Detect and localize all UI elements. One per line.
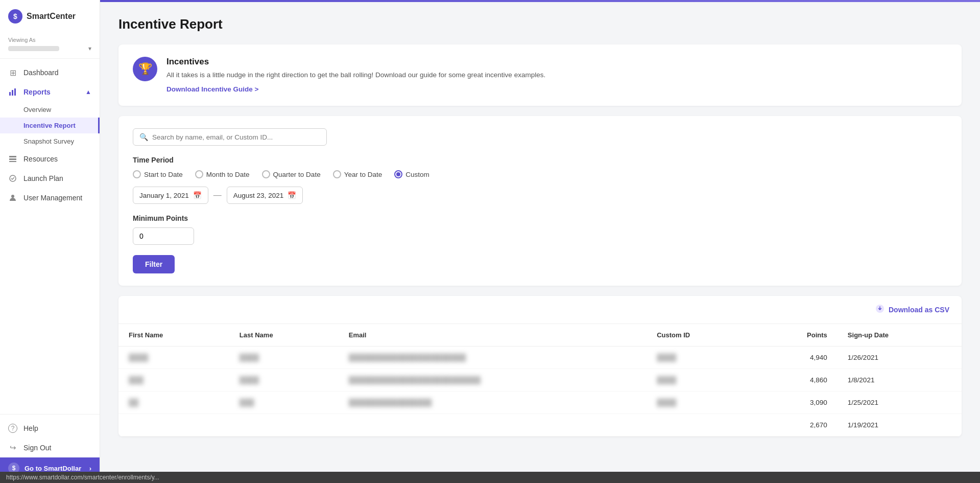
table-row: 2,6701/19/2021 bbox=[118, 414, 962, 436]
status-bar: https://www.smartdollar.com/smartcenter/… bbox=[0, 472, 980, 483]
incentives-title: Incentives bbox=[166, 57, 545, 67]
status-url: https://www.smartdollar.com/smartcenter/… bbox=[6, 474, 159, 481]
table-header-row: First Name Last Name Email Custom ID Poi… bbox=[118, 324, 962, 347]
svg-rect-1 bbox=[12, 90, 13, 96]
download-csv-button[interactable]: Download as CSV bbox=[875, 304, 949, 315]
min-points-label: Minimum Points bbox=[133, 214, 947, 222]
reports-header-left: Reports bbox=[8, 87, 51, 97]
start-date-calendar-icon: 📅 bbox=[193, 191, 202, 199]
sidebar-label-help: Help bbox=[23, 424, 38, 432]
cell-email: █████████████████ bbox=[339, 392, 647, 414]
table-row: ██████████████████████████3,0901/25/2021 bbox=[118, 392, 962, 414]
min-points-input[interactable] bbox=[133, 227, 194, 245]
logo-text: SmartCenter bbox=[27, 12, 76, 21]
incentives-description: All it takes is a little nudge in the ri… bbox=[166, 70, 545, 80]
search-box[interactable]: 🔍 bbox=[133, 128, 327, 146]
results-table-section: Download as CSV First Name Last Name Ema… bbox=[118, 296, 962, 436]
download-csv-label: Download as CSV bbox=[889, 306, 949, 314]
results-table: First Name Last Name Email Custom ID Poi… bbox=[118, 324, 962, 436]
logo-area: $ SmartCenter bbox=[0, 0, 100, 33]
help-icon: ? bbox=[8, 424, 17, 433]
chevron-down-icon: ▾ bbox=[88, 45, 91, 52]
svg-rect-4 bbox=[9, 158, 16, 160]
sidebar-label-sign-out: Sign Out bbox=[23, 444, 51, 452]
col-email: Email bbox=[339, 324, 647, 347]
radio-quarter-to-date[interactable]: Quarter to Date bbox=[262, 170, 321, 178]
main-nav: ⊞ Dashboard Reports ▲ Ove bbox=[0, 59, 100, 212]
svg-rect-3 bbox=[9, 156, 16, 157]
cell-points: 4,860 bbox=[755, 369, 838, 392]
download-incentive-guide-link[interactable]: Download Incentive Guide > bbox=[166, 85, 258, 93]
cell-custom_id: ████ bbox=[647, 347, 755, 369]
download-csv-icon bbox=[875, 304, 885, 315]
go-to-smartdollar-label: Go to SmartDollar bbox=[25, 465, 81, 472]
table-row: ██████████████████████████████████████4,… bbox=[118, 369, 962, 392]
sidebar-item-launch-plan[interactable]: Launch Plan bbox=[0, 169, 100, 188]
sidebar-item-help[interactable]: ? Help bbox=[0, 419, 100, 438]
viewing-as-label: Viewing As bbox=[8, 37, 91, 43]
cell-last_name bbox=[229, 414, 339, 436]
svg-rect-2 bbox=[14, 88, 16, 96]
cell-points: 4,940 bbox=[755, 347, 838, 369]
sidebar-item-sign-out[interactable]: ↪ Sign Out bbox=[0, 438, 100, 457]
sidebar-item-snapshot-survey[interactable]: Snapshot Survey bbox=[0, 133, 100, 149]
viewing-as-name-blurred bbox=[8, 46, 59, 51]
cell-points: 3,090 bbox=[755, 392, 838, 414]
search-input[interactable] bbox=[152, 133, 320, 141]
cell-custom_id bbox=[647, 414, 755, 436]
sidebar-label-resources: Resources bbox=[23, 155, 58, 163]
sidebar-item-incentive-report[interactable]: Incentive Report bbox=[0, 118, 100, 133]
sign-out-icon: ↪ bbox=[8, 443, 17, 452]
cell-email: ███████████████████████████ bbox=[339, 369, 647, 392]
trophy-icon: 🏆 bbox=[133, 57, 157, 81]
col-points: Points bbox=[755, 324, 838, 347]
cell-email bbox=[339, 414, 647, 436]
cell-first_name: ████ bbox=[118, 347, 229, 369]
col-last-name: Last Name bbox=[229, 324, 339, 347]
cell-signup_date: 1/25/2021 bbox=[838, 392, 962, 414]
radio-year-to-date[interactable]: Year to Date bbox=[333, 170, 383, 178]
radio-circle-custom bbox=[394, 170, 402, 178]
start-date-value: January 1, 2021 bbox=[139, 192, 189, 199]
reports-icon bbox=[8, 87, 17, 97]
sidebar: $ SmartCenter Viewing As ▾ ⊞ Dashboard bbox=[0, 0, 100, 483]
radio-circle-year-to-date bbox=[333, 170, 341, 178]
sidebar-item-dashboard[interactable]: ⊞ Dashboard bbox=[0, 63, 100, 82]
sidebar-item-reports[interactable]: Reports ▲ bbox=[0, 82, 100, 102]
cell-custom_id: ████ bbox=[647, 392, 755, 414]
cell-email: ████████████████████████ bbox=[339, 347, 647, 369]
cell-last_name: ████ bbox=[229, 369, 339, 392]
radio-circle-start-to-date bbox=[133, 170, 141, 178]
incentives-text-area: Incentives All it takes is a little nudg… bbox=[166, 57, 545, 94]
svg-point-7 bbox=[11, 195, 14, 198]
cell-custom_id: ████ bbox=[647, 369, 755, 392]
radio-circle-month-to-date bbox=[195, 170, 203, 178]
time-period-radio-group: Start to Date Month to Date Quarter to D… bbox=[133, 170, 947, 178]
sidebar-item-resources[interactable]: Resources bbox=[0, 149, 100, 169]
radio-start-to-date[interactable]: Start to Date bbox=[133, 170, 183, 178]
svg-rect-0 bbox=[9, 92, 11, 96]
logo-icon: $ bbox=[8, 9, 22, 24]
cell-signup_date: 1/26/2021 bbox=[838, 347, 962, 369]
reports-group: Reports ▲ Overview Incentive Report Snap… bbox=[0, 82, 100, 149]
viewing-as-section: Viewing As ▾ bbox=[0, 33, 100, 59]
viewing-as-value[interactable]: ▾ bbox=[8, 45, 91, 52]
filter-button[interactable]: Filter bbox=[133, 255, 175, 273]
main-area: Incentive Report 🏆 Incentives All it tak… bbox=[100, 0, 980, 483]
launch-plan-icon bbox=[8, 174, 17, 183]
cell-signup_date: 1/19/2021 bbox=[838, 414, 962, 436]
start-date-input[interactable]: January 1, 2021 📅 bbox=[133, 187, 208, 204]
sidebar-item-overview[interactable]: Overview bbox=[0, 102, 100, 118]
cell-last_name: ████ bbox=[229, 347, 339, 369]
sidebar-item-user-management[interactable]: User Management bbox=[0, 188, 100, 208]
end-date-calendar-icon: 📅 bbox=[288, 191, 296, 199]
radio-custom[interactable]: Custom bbox=[394, 170, 429, 178]
end-date-input[interactable]: August 23, 2021 📅 bbox=[227, 187, 303, 204]
filter-panel: 🔍 Time Period Start to Date Month to Dat… bbox=[118, 116, 962, 286]
time-period-label: Time Period bbox=[133, 156, 947, 164]
cell-first_name: ██ bbox=[118, 392, 229, 414]
radio-month-to-date[interactable]: Month to Date bbox=[195, 170, 250, 178]
col-custom-id: Custom ID bbox=[647, 324, 755, 347]
table-row: ████████████████████████████████████4,94… bbox=[118, 347, 962, 369]
cell-first_name bbox=[118, 414, 229, 436]
